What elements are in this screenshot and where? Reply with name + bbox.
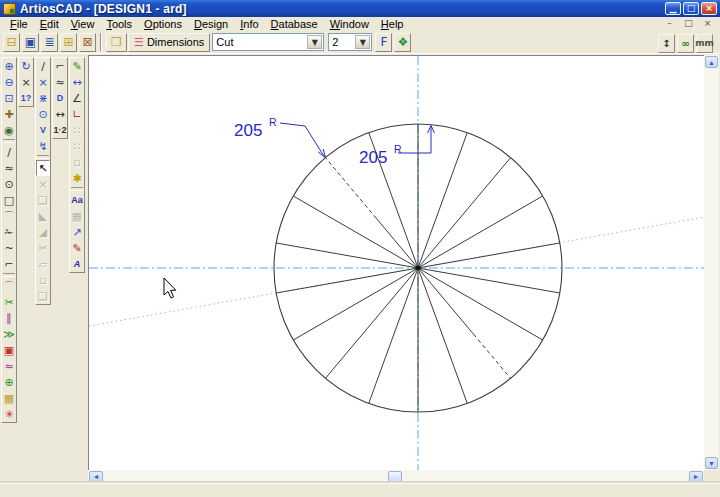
wave-tool[interactable]: ~ — [2, 240, 16, 256]
pattern-tool[interactable]: ▦ — [2, 390, 16, 406]
mdi-close-button[interactable]: × — [701, 18, 714, 29]
rotate-right-tool[interactable]: ◢ — [36, 224, 50, 240]
curve-tool[interactable]: ≈ — [2, 160, 16, 176]
find-binoculars-button[interactable]: ∞ — [677, 34, 694, 53]
move-point-tool[interactable]: ∕ — [36, 58, 50, 74]
zoom-in-tool[interactable]: ⊕ — [2, 58, 16, 74]
scroll-down-button[interactable]: ▾ — [705, 457, 718, 469]
arc-tool[interactable]: ⌒ — [2, 208, 16, 224]
italic-text-tool[interactable]: A — [70, 256, 84, 272]
database-button[interactable]: ⊠ — [79, 33, 96, 52]
drawing-canvas[interactable]: 205 R 205 R — [88, 55, 704, 470]
s-curve-tool[interactable]: ≈ — [53, 74, 67, 90]
hook-curve-tool[interactable]: ↯ — [36, 138, 50, 154]
menu-item-tools[interactable]: Tools — [100, 18, 138, 31]
divide-tool[interactable]: 1·2 — [53, 122, 67, 138]
menu-item-view[interactable]: View — [65, 18, 101, 31]
scroll-right-button[interactable]: ▸ — [689, 471, 703, 482]
view-mode-tool[interactable]: ◉ — [2, 122, 16, 138]
restore-button[interactable]: □ — [683, 2, 699, 15]
line-tool[interactable]: ∕ — [2, 144, 16, 160]
angle-dimension-tool[interactable]: ∠ — [70, 90, 84, 106]
menu-item-options[interactable]: Options — [138, 18, 188, 31]
mdi-restore-button[interactable]: □ — [682, 18, 695, 29]
text-tool[interactable]: Aa — [70, 192, 84, 208]
fillet-tool[interactable]: ⌒ — [2, 278, 16, 294]
menu-item-help[interactable]: Help — [375, 18, 410, 31]
burst-tool[interactable]: ✳ — [2, 406, 16, 422]
select-tool[interactable]: ↖ — [36, 160, 50, 176]
group-tool[interactable]: ❏ — [36, 192, 50, 208]
arc-corner-tool[interactable]: ⌐ — [53, 58, 67, 74]
multi-line-tool[interactable]: ⋇ — [36, 90, 50, 106]
trim-tool[interactable]: ✂ — [2, 294, 16, 310]
bezier-tool[interactable]: ✁ — [2, 224, 16, 240]
horizontal-scrollbar[interactable]: ◂ ▸ — [88, 470, 704, 483]
minimize-button[interactable]: ▁ — [665, 2, 681, 15]
menu-item-window[interactable]: Window — [324, 18, 375, 31]
chevron-down-icon[interactable]: ▼ — [355, 35, 370, 49]
horizontal-dimension-tool[interactable]: ↔ — [70, 74, 84, 90]
field-format-button[interactable]: F — [375, 33, 392, 52]
circle-center-tool[interactable]: ⊙ — [36, 106, 50, 122]
dimensions-button[interactable]: ☰ Dimensions — [128, 33, 210, 52]
open-button[interactable]: ⊟ — [3, 33, 20, 52]
vertical-scrollbar[interactable]: ▴ ▾ — [704, 55, 719, 470]
mdi-minimize-button[interactable]: – — [663, 18, 676, 29]
menu-item-design[interactable]: Design — [188, 18, 234, 31]
chamfer-tool[interactable]: ≫ — [2, 326, 16, 342]
circle-tool[interactable]: ⊙ — [2, 176, 16, 192]
grid-dimension-tool[interactable]: ∷ — [70, 122, 84, 138]
pan-tool[interactable]: ✚ — [2, 106, 16, 122]
layers-icon: ☰ — [134, 36, 144, 49]
box-dimension-tool[interactable]: ▫ — [70, 154, 84, 170]
scroll-up-button[interactable]: ▴ — [705, 56, 718, 68]
datum-tool[interactable]: ✱ — [70, 170, 84, 186]
vee-tool[interactable]: V — [36, 122, 50, 138]
print-list-button[interactable]: ≣ — [41, 33, 58, 52]
table-tool[interactable]: ▦ — [70, 208, 84, 224]
line-direction-button[interactable]: ↕ — [658, 34, 675, 53]
select-delete-tool[interactable]: × — [36, 176, 50, 192]
zigzag-tool[interactable]: ≈ — [2, 358, 16, 374]
rebuild-button[interactable]: ❖ — [394, 33, 411, 52]
delete-tool[interactable]: × — [36, 74, 50, 90]
layer-combo[interactable]: Cut ▼ — [212, 33, 324, 51]
export-annotation-tool[interactable]: ✎ — [70, 240, 84, 256]
scrollbar-thumb[interactable] — [388, 471, 402, 482]
array-tool[interactable]: ⊕ — [2, 374, 16, 390]
open-design-button[interactable]: ⊞ — [60, 33, 77, 52]
chevron-down-icon[interactable]: ▼ — [307, 35, 322, 49]
rotate-tool[interactable]: ↻ — [19, 58, 33, 74]
menu-item-edit[interactable]: Edit — [34, 18, 65, 31]
item-info-tool[interactable]: 1? — [19, 90, 33, 106]
menu-item-file[interactable]: File — [4, 18, 34, 31]
catalog-button[interactable]: ❒ — [106, 33, 127, 52]
save-button[interactable]: ▣ — [22, 33, 39, 52]
menu-item-info[interactable]: Info — [234, 18, 264, 31]
corner-tool[interactable]: ⌐ — [2, 256, 16, 272]
offset-tool[interactable]: ▣ — [2, 342, 16, 358]
annotation-pen-tool[interactable]: ✎ — [70, 58, 84, 74]
stretch-tool[interactable]: ▫ — [36, 272, 50, 288]
close-button[interactable]: × — [701, 2, 717, 15]
mirror-tool[interactable]: × — [19, 74, 33, 90]
grid-dimension2-tool[interactable]: ∷ — [70, 138, 84, 154]
skew-tool[interactable]: ▱ — [36, 256, 50, 272]
units-button[interactable]: mm — [696, 34, 713, 53]
copy-layer-tool[interactable]: ❏ — [36, 288, 50, 304]
rectangle-tool[interactable]: □ — [2, 192, 16, 208]
zoom-window-tool[interactable]: ⊡ — [2, 90, 16, 106]
pan-tool-icon: ✚ — [4, 109, 13, 120]
rotate-left-tool[interactable]: ◣ — [36, 208, 50, 224]
parallel-lines-tool[interactable]: ∥ — [2, 310, 16, 326]
cut-copy-tool[interactable]: ✂ — [36, 240, 50, 256]
arrow-annotation-tool[interactable]: ↗ — [70, 224, 84, 240]
d-arc-tool[interactable]: D — [53, 90, 67, 106]
menu-item-database[interactable]: Database — [265, 18, 324, 31]
perpendicular-dimension-tool[interactable]: ∟ — [70, 106, 84, 122]
scale-combo[interactable]: 2 ▼ — [328, 33, 372, 51]
scroll-left-button[interactable]: ◂ — [89, 471, 103, 482]
zoom-out-tool[interactable]: ⊖ — [2, 74, 16, 90]
extend-tool[interactable]: ↔ — [53, 106, 67, 122]
